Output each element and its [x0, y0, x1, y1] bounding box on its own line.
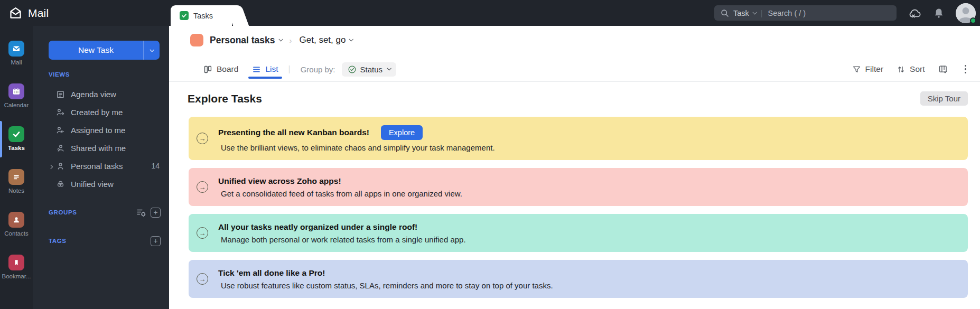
more-options-menu[interactable] — [962, 64, 970, 75]
manage-groups-icon[interactable] — [136, 208, 146, 217]
list-icon — [252, 65, 261, 74]
sort-button[interactable]: Sort — [897, 64, 925, 74]
rail-item-calendar[interactable]: Calendar — [0, 83, 33, 108]
rail-item-tasks[interactable]: Tasks — [0, 126, 33, 151]
new-task-button[interactable]: New Task — [49, 41, 143, 60]
status-check-circle-icon — [348, 65, 357, 74]
rail-item-label: Contacts — [4, 230, 28, 237]
breadcrumb-list-name[interactable]: Personal tasks — [210, 35, 275, 46]
mail-logo-icon — [8, 6, 23, 20]
sort-arrows-icon — [897, 65, 906, 74]
add-group-button[interactable]: + — [151, 208, 161, 218]
chevron-down-icon[interactable] — [349, 37, 353, 41]
search-bar[interactable]: Task | Search ( / ) — [714, 5, 897, 21]
chevron-down-icon[interactable] — [278, 37, 283, 41]
tab-tasks[interactable]: Tasks — [171, 5, 232, 26]
banner-title: Presenting the all new Kanban boards! — [218, 128, 369, 137]
sort-label: Sort — [910, 64, 925, 74]
views-list: Agenda view Created by me — [33, 85, 169, 193]
explore-button[interactable]: Explore — [381, 125, 423, 140]
assigned-to-me-icon — [55, 126, 65, 135]
group-by-value: Status — [360, 65, 383, 74]
search-input[interactable]: Search ( / ) — [768, 9, 806, 17]
created-by-me-icon — [55, 108, 65, 117]
search-divider: | — [761, 9, 763, 17]
sidebar-item-label: Shared with me — [71, 144, 126, 153]
banner-title: All your tasks neatly organized under a … — [218, 222, 417, 232]
tour-banner-unified-view: → Unified view across Zoho apps! Get a c… — [189, 168, 968, 206]
user-avatar[interactable] — [956, 3, 976, 23]
filter-label: Filter — [865, 64, 883, 74]
search-icon — [721, 9, 729, 17]
tour-banner-kanban: → Presenting the all new Kanban boards! … — [189, 117, 968, 160]
notification-bell-icon[interactable] — [933, 7, 945, 20]
unified-view-icon — [55, 180, 65, 189]
sidebar-item-label: Created by me — [71, 108, 123, 117]
tab-board[interactable]: Board — [203, 64, 238, 74]
rail-item-label: Mail — [11, 59, 22, 65]
filter-funnel-icon — [852, 65, 861, 74]
sidebar-item-unified-view[interactable]: Unified view — [33, 175, 169, 193]
sidebar-item-shared-with-me[interactable]: Shared with me — [33, 139, 169, 157]
tab-list[interactable]: List — [252, 64, 278, 74]
banner-subtitle: Use the brilliant views, to eliminate ch… — [218, 143, 495, 152]
tags-section-row: TAGS + — [33, 233, 169, 249]
app-logo[interactable]: Mail — [8, 6, 49, 20]
tour-banners: → Presenting the all new Kanban boards! … — [189, 117, 968, 306]
personal-tasks-icon — [55, 162, 65, 171]
chevron-down-icon — [387, 66, 391, 70]
expand-chevron-icon[interactable] — [49, 161, 52, 171]
groups-section-label: GROUPS — [49, 209, 77, 216]
banner-title: Tick 'em all done like a Pro! — [218, 268, 325, 278]
board-label: Board — [217, 64, 238, 74]
rail-item-notes[interactable]: Notes — [0, 169, 33, 194]
arrow-right-circle-icon[interactable]: → — [197, 133, 208, 144]
tasks-sidebar: New Task VIEWS Agenda view — [33, 26, 169, 309]
views-section-label: VIEWS — [49, 71, 169, 78]
list-label: List — [265, 64, 278, 74]
page-title: Explore Tasks — [188, 92, 262, 105]
presence-status-dot — [970, 17, 976, 24]
group-by-status-dropdown[interactable]: Status — [342, 62, 397, 77]
sidebar-item-assigned-to-me[interactable]: Assigned to me — [33, 121, 169, 139]
topbar: Mail Task | Search ( / ) — [0, 0, 980, 26]
add-tag-button[interactable]: + — [151, 236, 161, 246]
breadcrumb-separator: › — [290, 36, 292, 45]
shared-with-me-icon — [55, 144, 65, 153]
new-task-dropdown-button[interactable] — [143, 41, 160, 60]
active-indicator — [0, 121, 2, 157]
rail-item-label: Calendar — [4, 102, 29, 108]
breadcrumb-view-name[interactable]: Get, set, go — [300, 35, 346, 45]
active-tab-underline — [248, 77, 282, 79]
chevron-down-icon — [150, 48, 154, 52]
arrow-right-circle-icon[interactable]: → — [197, 227, 208, 239]
tour-banner-pro-features: → Tick 'em all done like a Pro! Use robu… — [189, 260, 968, 298]
bookmarks-icon — [8, 255, 24, 270]
groups-section-row: GROUPS + — [33, 204, 169, 220]
explore-tasks-header: Explore Tasks Skip Tour — [188, 91, 968, 106]
sidebar-item-label: Assigned to me — [71, 126, 125, 135]
customize-columns-icon[interactable] — [938, 64, 948, 74]
chevron-down-icon — [752, 10, 757, 14]
toolbar-divider: | — [288, 64, 291, 74]
sidebar-item-agenda-view[interactable]: Agenda view — [33, 85, 169, 103]
tour-banner-single-roof: → All your tasks neatly organized under … — [189, 214, 968, 252]
rail-item-label: Bookmar... — [2, 273, 31, 279]
banner-subtitle: Use robust features like custom status, … — [218, 281, 553, 290]
skip-tour-button[interactable]: Skip Tour — [920, 91, 968, 106]
rail-item-mail[interactable]: Mail — [0, 41, 33, 65]
rail-item-contacts[interactable]: Contacts — [0, 212, 33, 237]
tags-section-label: TAGS — [49, 238, 67, 244]
new-task-split-button: New Task — [49, 41, 160, 60]
rail-item-label: Tasks — [8, 145, 25, 151]
rail-item-bookmarks[interactable]: Bookmar... — [0, 255, 33, 279]
sidebar-item-personal-tasks[interactable]: Personal tasks 14 — [33, 157, 169, 175]
filter-button[interactable]: Filter — [852, 64, 883, 74]
arrow-right-circle-icon[interactable]: → — [197, 181, 208, 193]
sidebar-item-created-by-me[interactable]: Created by me — [33, 103, 169, 121]
sidebar-item-label: Agenda view — [71, 90, 116, 99]
search-entity-selector[interactable]: Task — [733, 9, 749, 17]
offline-cloud-icon[interactable] — [908, 7, 922, 20]
arrow-right-circle-icon[interactable]: → — [197, 273, 208, 285]
mail-icon — [8, 41, 24, 57]
